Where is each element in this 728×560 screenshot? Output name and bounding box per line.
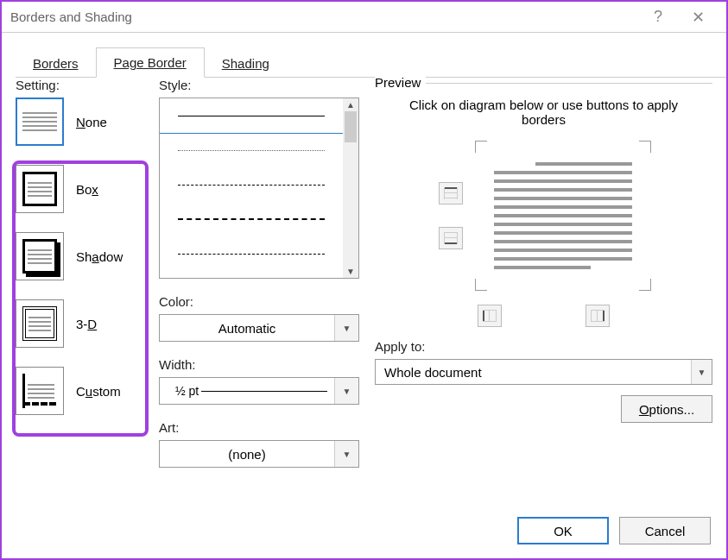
apply-to-value: Whole document [384,365,482,380]
setting-shadow-label: Shadow [76,249,123,264]
ok-button[interactable]: OK [517,517,609,544]
svg-rect-17 [591,310,592,322]
svg-rect-2 [444,198,458,198]
chevron-down-icon: ▼ [334,441,358,467]
setting-custom-label: Custom [76,384,121,399]
svg-rect-18 [591,310,605,311]
svg-rect-14 [483,321,497,322]
width-value: ½ pt [175,384,199,398]
svg-rect-10 [483,310,484,322]
titlebar: Borders and Shading ? ✕ [2,2,726,33]
svg-rect-9 [457,232,458,244]
setting-column: Setting: None Box Shadow [16,78,143,498]
chevron-down-icon: ▼ [691,360,712,384]
setting-box-label: Box [76,182,98,197]
svg-rect-0 [444,187,458,189]
border-left-button[interactable] [478,305,502,327]
style-items [160,98,343,278]
help-button[interactable]: ? [638,8,678,26]
style-dash-dot[interactable] [160,236,343,271]
color-value: Automatic [160,321,334,336]
width-label: Width: [159,357,359,372]
scroll-down-icon[interactable]: ▼ [346,265,355,278]
style-listbox[interactable]: ▲ ▼ [159,98,359,279]
apply-to-combo[interactable]: Whole document ▼ [375,359,712,385]
style-solid[interactable] [160,98,343,133]
art-combo[interactable]: (none) ▼ [159,440,359,468]
svg-rect-6 [444,237,458,238]
setting-none[interactable]: None [16,98,143,146]
tab-shading[interactable]: Shading [205,49,287,78]
svg-rect-8 [444,232,445,244]
dialog-borders-shading: Borders and Shading ? ✕ Borders Page Bor… [0,0,728,560]
page-preview[interactable] [477,142,649,289]
border-right-icon [591,310,605,322]
color-label: Color: [159,294,359,309]
svg-rect-11 [489,310,490,322]
svg-rect-7 [444,232,458,233]
color-combo[interactable]: Automatic ▼ [159,314,359,342]
setting-box[interactable]: Box [16,165,143,213]
tab-borders[interactable]: Borders [16,49,96,78]
scroll-up-icon[interactable]: ▲ [346,98,355,111]
style-dotted[interactable] [160,133,343,167]
setting-3d[interactable]: 3-D [16,299,143,348]
tab-strip: Borders Page Border Shading [16,45,726,78]
setting-shadow-icon [16,232,64,280]
border-top-icon [444,187,458,199]
preview-diagram [375,142,712,289]
border-top-button[interactable] [439,182,463,204]
svg-rect-15 [603,310,605,322]
close-button[interactable]: ✕ [678,8,718,27]
svg-rect-12 [496,310,497,322]
setting-3d-label: 3-D [76,317,97,331]
style-column: Style: ▲ ▼ Color: Automatic [159,78,359,498]
preview-fieldset: Preview Click on diagram below or use bu… [375,83,712,327]
svg-rect-13 [483,310,497,311]
cancel-button[interactable]: Cancel [619,517,711,544]
setting-custom-icon [16,367,64,415]
setting-box-icon [16,165,64,213]
chevron-down-icon: ▼ [334,378,358,404]
border-left-icon [483,310,497,322]
style-label: Style: [159,78,359,92]
setting-label: Setting: [16,78,143,92]
preview-legend: Preview [375,75,426,90]
setting-shadow[interactable]: Shadow [16,232,143,280]
style-dashed[interactable] [160,202,343,236]
style-dashed-wide[interactable] [160,167,343,202]
chevron-down-icon: ▼ [334,315,358,341]
preview-column: Preview Click on diagram below or use bu… [375,78,712,498]
svg-rect-5 [444,242,458,244]
svg-rect-16 [597,310,598,322]
border-right-button[interactable] [586,305,610,327]
tab-page-border[interactable]: Page Border [96,47,205,78]
dialog-footer: OK Cancel [517,517,711,544]
border-bottom-button[interactable] [439,227,463,249]
setting-none-label: None [76,115,107,129]
svg-rect-4 [457,187,458,199]
options-button[interactable]: Options... [621,395,712,423]
preview-hint: Click on diagram below or use buttons to… [409,98,678,127]
svg-rect-19 [591,321,605,322]
style-scrollbar[interactable]: ▲ ▼ [343,98,358,278]
setting-none-icon [16,98,64,146]
border-bottom-icon [444,232,458,244]
apply-to-label: Apply to: [375,339,712,354]
setting-custom[interactable]: Custom [16,367,143,415]
svg-rect-1 [444,192,458,193]
art-label: Art: [159,420,359,435]
dialog-title: Borders and Shading [10,9,132,24]
svg-rect-3 [444,187,445,199]
setting-3d-icon [16,299,64,348]
art-value: (none) [160,447,334,462]
width-combo[interactable]: ½ pt ▼ [159,377,359,405]
